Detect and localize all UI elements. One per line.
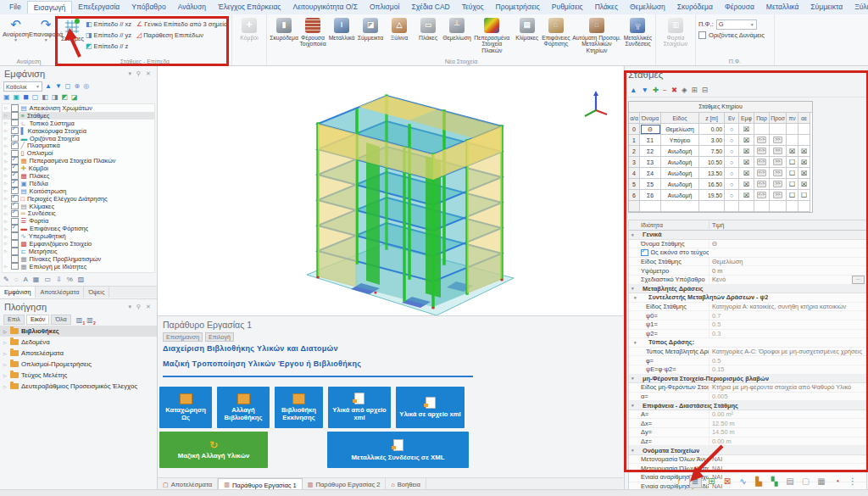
menu-item[interactable]: Σύμμεικτα	[804, 1, 849, 14]
ae-checkbox[interactable]	[798, 135, 810, 146]
ae-checkbox[interactable]: ☒	[798, 146, 810, 157]
zoom-previous-icon[interactable]: ◎	[83, 82, 89, 91]
library-action-button[interactable]: Βιβλιοθήκη Εκκίνησης	[275, 387, 323, 428]
delete-levels-icon[interactable]: ✖	[671, 86, 677, 94]
menu-item[interactable]: Προμετρήσεις	[490, 1, 546, 14]
plane-menu-item[interactable]: ◧ Επίπεδο // xz	[84, 19, 133, 30]
diagram-icon[interactable]: ∿	[737, 476, 748, 488]
property-row[interactable]: Τύπος Δράσης:	[629, 338, 866, 348]
property-row[interactable]: Τύπος Μεταβλητής Δρά... Κατηγορίες Α-C: …	[629, 348, 866, 357]
visible-checkbox[interactable]: ☒	[739, 135, 754, 146]
level-row[interactable]: 3 Σ3 Ανωδομή 10.50 ○ ☒ <-> >> ☐ ☒	[629, 157, 812, 168]
search-icon[interactable]: ◌	[14, 276, 19, 284]
move-level-down-icon[interactable]: ▼	[641, 86, 648, 94]
expander-icon[interactable]: ▷	[4, 173, 8, 178]
property-row[interactable]: Σχεδιαστικό Υπόβαθρο Κενό ...	[629, 276, 866, 285]
ae-checkbox[interactable]: ☒	[798, 168, 810, 179]
property-row[interactable]: Μετονομασία Όλων Άνω ΝΑΙ	[629, 455, 866, 465]
level-row[interactable]: 4 Σ4 Ανωδομή 13.50 ○ ☒ <-> >> ☐ ☒	[629, 168, 812, 179]
plane-menu-item[interactable]: ◿ Παράθεση Επιπέδων	[135, 30, 229, 41]
expander-icon[interactable]: ▷	[4, 203, 8, 209]
browse-button[interactable]: ...	[852, 276, 865, 284]
new-element-button[interactable]: ▮ Σκυρόδεμα	[270, 16, 298, 53]
display-tree-item[interactable]: ▷ ∿ Υπερωθητική	[3, 232, 154, 240]
property-row[interactable]: φ= 0.5	[629, 356, 866, 365]
navigation-folder[interactable]: ▷ Τεύχος Μελέτης	[0, 370, 157, 381]
expander-icon[interactable]: ▷	[4, 226, 8, 231]
property-row[interactable]: Υψόμετρο 0 m	[629, 266, 866, 276]
library-action-button[interactable]: Υλικά σε αρχείο xml	[396, 387, 465, 428]
display-tree-item[interactable]: ▷ ▦ Πλάκες	[3, 172, 154, 180]
display-tree-item[interactable]: ▷ ∟ Τοπικό Σύστημα	[3, 120, 154, 127]
visibility-checkbox[interactable]	[11, 210, 19, 218]
enable-radio[interactable]: ○	[725, 146, 739, 157]
expander-icon[interactable]: ▷	[4, 234, 8, 239]
level-row[interactable]	[629, 201, 812, 212]
visible-checkbox[interactable]: ☒	[739, 179, 754, 190]
menu-item[interactable]: File	[3, 1, 27, 14]
work-window-chip[interactable]: Επισήμανση	[163, 332, 203, 342]
menu-item[interactable]: Σχέδια CAD	[405, 1, 455, 14]
table-icon[interactable]: ▦	[816, 476, 827, 488]
expander-icon[interactable]: ▷	[4, 188, 8, 193]
element-loads-button[interactable]: ▥ Φορτία Στοιχείων	[659, 16, 693, 47]
visible-checkbox[interactable]: ☒	[739, 146, 754, 157]
ae-checkbox[interactable]: ☒	[798, 157, 810, 168]
grid-icon[interactable]: ▦	[33, 276, 40, 284]
display-tree-item[interactable]: ▷ ▤ Κοιτόστρωση	[3, 187, 154, 195]
display-tree-item[interactable]: ▷ ▦ Πεπερασμένα Στοιχεία Πλακών	[3, 157, 154, 164]
navigation-folder[interactable]: ▷ Δευτεροβάθμιος Προσεισμικός Έλεγχος	[0, 381, 157, 392]
font-search-icon[interactable]: Α	[23, 276, 27, 284]
display-scope-select[interactable]: Καθολικ▼	[3, 81, 42, 92]
pn-checkbox[interactable]: ☐	[787, 157, 798, 168]
pros-button[interactable]: >>	[773, 148, 782, 153]
display-tree-item[interactable]: ▷ ▦ Πίνακες Προβληματισμών	[3, 255, 154, 263]
display-tree-item[interactable]: ▷ ▬ Επιφάνειες Φόρτισης	[3, 225, 154, 232]
window-2-icon[interactable]: ▥2	[86, 316, 93, 324]
display-tree-item[interactable]: ▷ ▬ Οριζόντια Στοιχεία	[3, 135, 154, 142]
navigation-folder[interactable]: ▷ Δεδομένα	[0, 337, 157, 348]
display-tree-item[interactable]: ▷ ▣ Πέδιλα	[3, 180, 154, 187]
menu-item[interactable]: Υπόβαθρο	[125, 1, 171, 14]
expander-icon[interactable]: ▷	[4, 136, 8, 141]
remove-level-icon[interactable]: −	[663, 86, 667, 94]
property-row[interactable]: Επιφάνεια - Διαστάσεις Στάθμης	[629, 401, 866, 410]
percent-icon[interactable]: %	[67, 276, 73, 284]
display-tree-item[interactable]: ▷ ▩ Εμφανιζόμενο Στοιχείο	[3, 240, 154, 248]
table-add-icon[interactable]: ⊞	[706, 476, 717, 488]
enable-radio[interactable]: ○	[725, 190, 739, 201]
level-row[interactable]: 5 Σ5 Ανωδομή 16.50 ○ ☒ <-> >> ☐ ☒	[629, 179, 812, 190]
property-row[interactable]: Δy= 14.50 m	[629, 428, 866, 437]
display-tree-item[interactable]: ▷ ▤ Κλίμακες	[3, 203, 154, 210]
pros-button[interactable]: >>	[773, 170, 782, 176]
view-back-icon[interactable]: ◨	[52, 93, 58, 102]
view-iso-icon[interactable]: ▣	[14, 93, 20, 102]
par-button[interactable]: <->	[757, 159, 767, 164]
navigation-filter-tab[interactable]: Όλα	[51, 315, 70, 325]
menu-item[interactable]: Έλεγχος Επάρκειας	[212, 1, 287, 14]
new-element-button[interactable]: Ι Μεταλλικά	[327, 16, 356, 53]
edit-icon[interactable]: ✎	[3, 276, 9, 284]
property-row[interactable]: Ως εικόνα στο τεύχος	[629, 248, 866, 258]
pn-checkbox[interactable]	[787, 201, 798, 212]
par-button[interactable]: <->	[757, 148, 767, 153]
property-row[interactable]: ψ0= 0.7	[629, 311, 866, 320]
pros-button[interactable]: >>	[773, 192, 782, 198]
new-element-button[interactable]: △ Ξύλινα	[385, 16, 414, 53]
expander-icon[interactable]: ▷	[4, 196, 8, 201]
property-row[interactable]: ψ2= 0.3	[629, 330, 866, 339]
document-icon[interactable]: ▤	[785, 476, 796, 488]
property-row[interactable]: ψΕ=φ·ψ2= 0.15	[629, 365, 866, 375]
display-tree-item[interactable]: ▷ □ Περιοχές Ελέγχου Διάτρησης	[3, 195, 154, 203]
library-link[interactable]: Μαζική Τροποποίηση Υλικών Έργου ή Βιβλιο…	[163, 359, 361, 368]
display-tree-item[interactable]: ▷ ≡ Στάθμες	[3, 112, 154, 120]
move-down-icon[interactable]: ▼	[55, 82, 62, 91]
undo-button[interactable]: ↶ Αναίρεση▼	[3, 16, 29, 43]
dock-tab[interactable]: Αποτελέσματα	[36, 287, 84, 298]
property-row[interactable]: Συντελεστής Μεταβλητών Δράσεων - ψ2	[629, 293, 866, 303]
property-row[interactable]: α= 0.005	[629, 393, 866, 402]
add-level-icon[interactable]: ✚	[653, 86, 659, 94]
table-export-icon[interactable]: ⊞	[692, 86, 698, 94]
expander-icon[interactable]: ▷	[4, 120, 8, 125]
visibility-checkbox[interactable]	[11, 112, 19, 120]
